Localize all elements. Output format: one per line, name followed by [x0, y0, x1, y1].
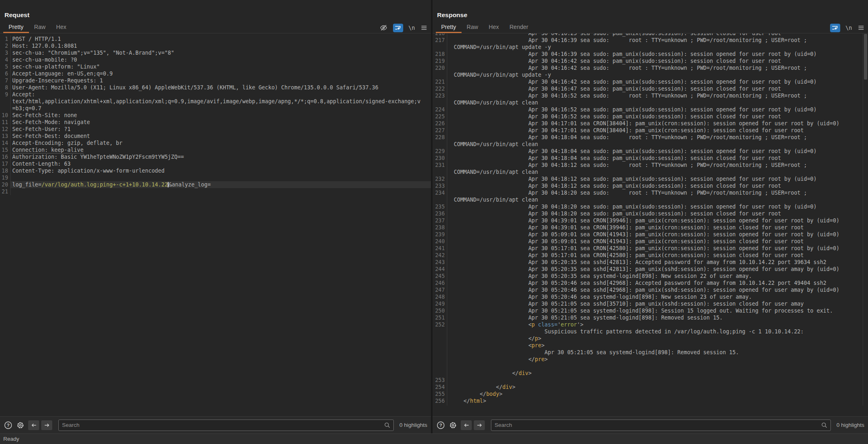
code-row: 240 Apr 30 05:09:01 sea CRON[41943]: pam… [433, 238, 868, 245]
code-text: sec-ch-ua: "Chromium";v="135", "Not-A.Br… [11, 49, 431, 56]
code-row: 231 Apr 30 04:18:12 sea sudo: root : TTY… [433, 162, 868, 169]
code-row: 21 [0, 188, 431, 195]
code-text: Apr 30 04:39:01 sea CRON[39946]: pam_uni… [447, 224, 868, 231]
request-search-box [58, 420, 394, 431]
code-row: 222 Apr 30 04:16:47 sea sudo: pam_unix(s… [433, 85, 868, 92]
line-number: 222 [433, 85, 447, 92]
response-tab-pretty[interactable]: Pretty [436, 22, 462, 33]
prev-match-button[interactable] [28, 420, 39, 430]
response-tab-hex[interactable]: Hex [484, 22, 504, 33]
code-row: 244 Apr 30 05:20:35 sea sshd[42813]: pam… [433, 266, 868, 273]
code-row: COMMAND=/usr/bin/apt clean [433, 141, 868, 148]
line-number [433, 169, 447, 175]
code-row: 257 [433, 404, 868, 406]
code-text: Apr 30 04:16:39 sea sudo: pam_unix(sudo:… [447, 51, 868, 58]
prev-match-button[interactable] [461, 420, 472, 430]
line-number: 254 [433, 384, 447, 391]
code-text: Accept: [11, 91, 431, 98]
code-row: 223 Apr 30 04:16:52 sea sudo: root : TTY… [433, 92, 868, 99]
line-number: 231 [433, 162, 447, 169]
code-row: 253 [433, 377, 868, 384]
response-panel: Response PrettyRawHexRender \n 216 Apr 3… [433, 0, 868, 433]
code-text: Apr 30 05:20:46 sea sshd[42968]: pam_uni… [447, 286, 868, 293]
line-number: 226 [433, 120, 447, 127]
code-text: Apr 30 05:09:01 sea CRON[41943]: pam_uni… [447, 238, 868, 245]
panel-divider[interactable] [431, 0, 433, 433]
code-text: log_file=/var/log/auth.log;ping+-c+1+10.… [11, 181, 431, 188]
line-number: 12 [0, 126, 11, 133]
code-row: 219 Apr 30 04:16:42 sea sudo: pam_unix(s… [433, 58, 868, 64]
code-row: 220 Apr 30 04:16:42 sea sudo: root : TTY… [433, 64, 868, 71]
code-text: Apr 30 04:18:12 sea sudo: pam_unix(sudo:… [447, 175, 868, 182]
show-newlines-icon[interactable]: \n [408, 24, 415, 31]
line-number: 233 [433, 182, 447, 189]
line-number: 243 [433, 259, 447, 266]
line-number: 14 [0, 140, 11, 147]
line-number: 227 [433, 127, 447, 134]
code-row: 243 Apr 30 05:20:35 sea sshd[42813]: Acc… [433, 259, 868, 266]
code-text [447, 377, 868, 384]
code-row: 254 </div> [433, 384, 868, 391]
gear-icon[interactable] [448, 421, 457, 430]
code-row: 226 Apr 30 04:17:01 sea CRON[38404]: pam… [433, 120, 868, 127]
code-row: 235 Apr 30 04:18:20 sea sudo: pam_unix(s… [433, 203, 868, 210]
code-row: Apr 30 05:21:05 sea systemd-logind[898]:… [433, 349, 868, 356]
line-number: 217 [433, 37, 447, 44]
editor-menu-icon[interactable] [420, 24, 428, 31]
show-newlines-icon[interactable]: \n [846, 24, 852, 31]
code-text: </div> [447, 384, 868, 391]
response-tab-render[interactable]: Render [504, 22, 534, 33]
code-row: 13Sec-Fetch-Dest: document [0, 133, 431, 140]
gear-icon[interactable] [16, 421, 25, 430]
line-number [0, 105, 11, 112]
line-number: 18 [0, 167, 11, 174]
line-number: 218 [433, 51, 447, 58]
response-search-input[interactable] [491, 422, 821, 428]
code-text: Apr 30 04:18:20 sea sudo: root : TTY=unk… [447, 189, 868, 196]
request-tab-pretty[interactable]: Pretty [3, 22, 29, 33]
next-match-button[interactable] [474, 420, 485, 430]
code-text: Apr 30 05:17:01 sea CRON[42580]: pam_uni… [447, 245, 868, 252]
code-row: 246 Apr 30 05:20:46 sea sshd[42968]: Acc… [433, 280, 868, 286]
code-row: 229 Apr 30 04:18:04 sea sudo: pam_unix(s… [433, 148, 868, 155]
line-number: 234 [433, 189, 447, 196]
code-text: Apr 30 04:16:52 sea sudo: pam_unix(sudo:… [447, 113, 868, 120]
code-text: Apr 30 04:18:12 sea sudo: root : TTY=unk… [447, 162, 868, 169]
line-number: 248 [433, 293, 447, 300]
request-search-input[interactable] [59, 422, 384, 428]
response-editor[interactable]: 216 Apr 30 04:16:25 sea sudo: pam_unix(s… [433, 33, 868, 406]
line-number [433, 349, 447, 356]
request-tab-hex[interactable]: Hex [51, 22, 72, 33]
request-editor[interactable]: 1POST / HTTP/1.12Host: 127.0.0.1:80813se… [0, 33, 431, 406]
response-tab-raw[interactable]: Raw [462, 22, 484, 33]
editor-menu-icon[interactable] [857, 24, 865, 31]
help-icon[interactable]: ? [436, 421, 445, 430]
next-match-button[interactable] [41, 420, 52, 430]
line-number: 256 [433, 397, 447, 404]
code-text [11, 174, 431, 181]
code-text: text/html,application/xhtml+xml,applicat… [11, 98, 431, 105]
code-text [447, 404, 868, 406]
response-scrollbar[interactable] [863, 33, 868, 406]
svg-text:?: ? [7, 423, 9, 428]
scrollbar-thumb[interactable] [864, 34, 867, 80]
code-row: COMMAND=/usr/bin/apt update -y [433, 44, 868, 51]
line-number: 250 [433, 307, 447, 314]
line-number: 224 [433, 106, 447, 113]
code-row: 251 Apr 30 05:21:05 sea systemd-logind[8… [433, 314, 868, 321]
line-number: 247 [433, 286, 447, 293]
line-number: 255 [433, 391, 447, 397]
code-row: 10Sec-Fetch-Site: none [0, 112, 431, 119]
code-text: Apr 30 04:16:42 sea sudo: pam_unix(sudo:… [447, 58, 868, 64]
soft-wrap-icon[interactable] [830, 24, 840, 32]
line-number: 7 [0, 77, 11, 84]
help-icon[interactable]: ? [4, 421, 13, 430]
line-number: 10 [0, 112, 11, 119]
line-number: 221 [433, 78, 447, 85]
line-number: 5 [0, 63, 11, 70]
line-number: 6 [0, 70, 11, 77]
line-number: 230 [433, 155, 447, 162]
soft-wrap-icon[interactable] [393, 24, 403, 32]
request-tab-raw[interactable]: Raw [29, 22, 51, 33]
hide-eye-icon[interactable] [380, 24, 388, 32]
